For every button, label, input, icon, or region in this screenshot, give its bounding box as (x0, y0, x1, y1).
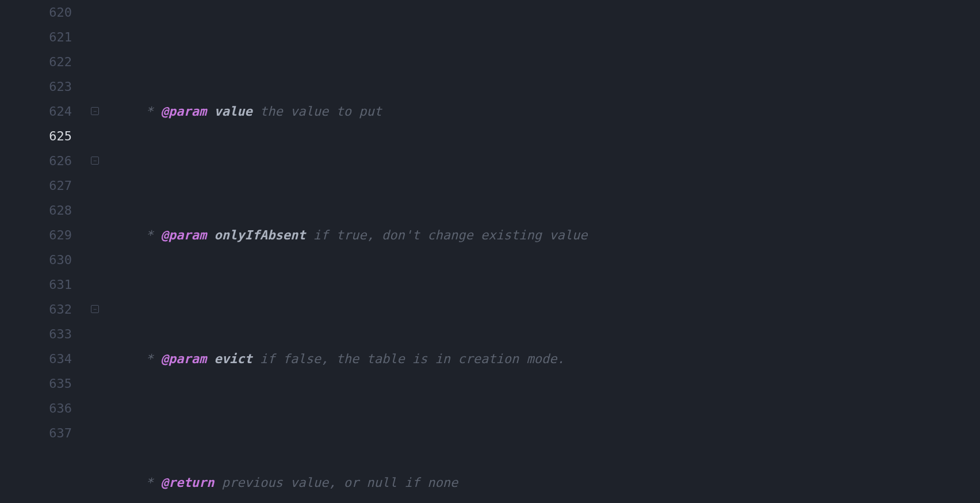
javadoc-tag-param: @param (161, 228, 206, 242)
line-number: 623 (0, 74, 72, 99)
fold-toggle-icon[interactable] (91, 107, 99, 115)
line-number: 635 (0, 371, 72, 396)
fold-toggle-icon[interactable] (91, 305, 99, 313)
code-line[interactable]: * @param onlyIfAbsent if true, don't cha… (106, 223, 980, 247)
code-line[interactable]: * @param value the value to put (106, 99, 980, 124)
line-number: 629 (0, 223, 72, 247)
line-number: 627 (0, 173, 72, 198)
javadoc-star: * (138, 104, 161, 119)
code-line[interactable]: * @return previous value, or null if non… (106, 470, 980, 495)
javadoc-param-name: evict (214, 352, 252, 366)
javadoc-desc: previous value, or null if none (214, 475, 458, 490)
line-number: 628 (0, 198, 72, 223)
code-line[interactable]: * @param evict if false, the table is in… (106, 346, 980, 371)
line-number: 622 (0, 49, 72, 74)
fold-column (89, 0, 106, 503)
line-number: 633 (0, 322, 72, 346)
line-number: 620 (0, 0, 72, 25)
javadoc-tag-param: @param (161, 104, 206, 119)
line-number: 626 (0, 148, 72, 173)
line-number-current: 625 (0, 124, 72, 148)
code-editor[interactable]: 620 621 622 623 624 625 626 627 628 629 … (0, 0, 980, 503)
javadoc-tag-param: @param (161, 352, 206, 366)
line-number: 624 (0, 99, 72, 124)
javadoc-param-name: value (214, 104, 252, 119)
javadoc-desc: if false, the table is in creation mode. (252, 352, 565, 366)
line-number: 632 (0, 297, 72, 322)
line-number: 621 (0, 25, 72, 49)
line-number: 631 (0, 272, 72, 297)
line-number: 630 (0, 247, 72, 272)
line-number: 637 (0, 421, 72, 445)
javadoc-desc: if true, don't change existing value (305, 228, 587, 242)
fold-toggle-icon[interactable] (91, 157, 99, 165)
line-number: 634 (0, 346, 72, 371)
code-area[interactable]: * @param value the value to put * @param… (106, 0, 980, 503)
javadoc-param-name: onlyIfAbsent (214, 228, 305, 242)
javadoc-desc: the value to put (252, 104, 382, 119)
line-number: 636 (0, 396, 72, 421)
line-number-gutter: 620 621 622 623 624 625 626 627 628 629 … (0, 0, 89, 503)
javadoc-tag-return: @return (161, 475, 215, 490)
